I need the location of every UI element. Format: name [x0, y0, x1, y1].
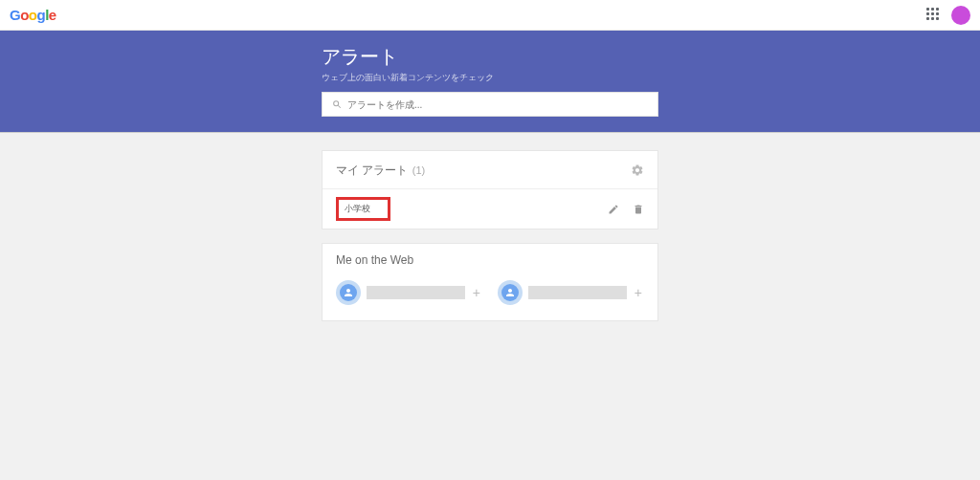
- gear-icon[interactable]: [631, 164, 644, 177]
- me-on-web-row: + +: [323, 276, 657, 320]
- create-alert-input[interactable]: [347, 99, 648, 110]
- my-alerts-card: マイ アラート (1) 小学校: [322, 150, 658, 229]
- header-right: [926, 6, 970, 25]
- banner: アラート ウェブ上の面白い新着コンテンツをチェック: [0, 31, 980, 133]
- trash-icon[interactable]: [633, 204, 644, 215]
- alert-actions: [608, 204, 644, 215]
- top-header: Google: [0, 0, 980, 31]
- person-avatar: [336, 280, 361, 305]
- svg-line-1: [338, 105, 341, 108]
- web-name-placeholder: [528, 286, 627, 299]
- me-on-web-title: Me on the Web: [336, 253, 413, 267]
- apps-icon[interactable]: [926, 8, 942, 23]
- pencil-icon[interactable]: [608, 204, 619, 215]
- svg-point-0: [334, 101, 339, 106]
- account-avatar[interactable]: [951, 6, 970, 25]
- add-button[interactable]: +: [633, 285, 644, 300]
- my-alerts-title: マイ アラート: [336, 164, 408, 177]
- web-item: +: [498, 280, 644, 305]
- me-on-web-card: Me on the Web + +: [322, 243, 658, 321]
- person-icon: [504, 287, 516, 298]
- banner-inner: アラート ウェブ上の面白い新着コンテンツをチェック: [322, 44, 658, 117]
- alert-row[interactable]: 小学校: [323, 188, 657, 229]
- person-avatar: [498, 280, 523, 305]
- content: マイ アラート (1) 小学校 Me on the Web: [322, 150, 658, 321]
- my-alerts-count: (1): [412, 164, 425, 176]
- me-on-web-header: Me on the Web: [323, 244, 657, 276]
- web-item: +: [336, 280, 482, 305]
- search-icon: [332, 99, 342, 109]
- add-button[interactable]: +: [471, 285, 482, 300]
- my-alerts-title-wrap: マイ アラート (1): [336, 161, 425, 179]
- person-icon: [343, 287, 354, 298]
- alert-name-highlighted[interactable]: 小学校: [336, 197, 390, 221]
- page-subtitle: ウェブ上の面白い新着コンテンツをチェック: [322, 72, 658, 84]
- my-alerts-header: マイ アラート (1): [323, 151, 657, 188]
- web-name-placeholder: [367, 286, 465, 299]
- page-title: アラート: [322, 44, 658, 70]
- create-alert-box[interactable]: [322, 92, 658, 117]
- google-logo[interactable]: Google: [10, 7, 56, 23]
